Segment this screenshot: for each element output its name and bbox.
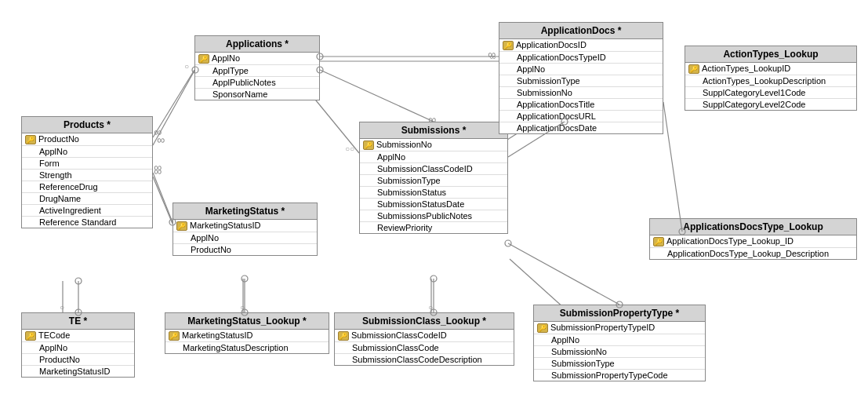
field-applicationdocstypeid: ApplicationDocsTypeID (499, 52, 663, 64)
svg-text:∞: ∞ (490, 53, 496, 61)
field-submissionpropertytypeid-pk: 🔑SubmissionPropertyTypeID (534, 322, 705, 334)
field-applno: ApplNo (22, 146, 152, 158)
entity-submissions[interactable]: Submissions * 🔑SubmissionNo ApplNo Submi… (359, 122, 508, 234)
diagram-canvas: ∞ ○ ∞ ○○ ∞ ○ ○ ○ ○ Products * 🔑ProductNo… (0, 0, 868, 416)
entity-products[interactable]: Products * 🔑ProductNo ApplNo Form Streng… (21, 116, 153, 228)
field-submissiontype-spt: SubmissionType (534, 358, 705, 370)
svg-line-24 (320, 70, 434, 122)
field-submissionpropertytypecode: SubmissionPropertyTypeCode (534, 370, 705, 381)
entity-marketingstatuslookup-body: 🔑MarketingStatusID MarketingStatusDescri… (165, 330, 329, 353)
svg-line-35 (508, 243, 619, 305)
entity-te-body: 🔑TECode ApplNo ProductNo MarketingStatus… (22, 330, 134, 377)
field-submissionclasscodeid: SubmissionClassCodeID (360, 163, 507, 175)
field-applicationdocsdate: ApplicationDocsDate (499, 122, 663, 133)
field-applicationdocstypelookupdesc: ApplicationDocsType_Lookup_Description (650, 248, 856, 259)
entity-submissionclasslookup-header: SubmissionClass_Lookup * (335, 313, 514, 330)
field-applno-pk: 🔑ApplNo (195, 53, 319, 65)
field-drugname: DrugName (22, 193, 152, 205)
svg-text:○: ○ (60, 303, 64, 312)
field-marketingstatusid-te: MarketingStatusID (22, 366, 134, 377)
entity-applications-header: Applications * (195, 36, 319, 53)
svg-text:○: ○ (240, 303, 245, 312)
field-submissionclasscodeid-pk: 🔑SubmissionClassCodeID (335, 330, 514, 342)
entity-applications-body: 🔑ApplNo ApplType ApplPublicNotes Sponsor… (195, 53, 319, 100)
entity-submissionpropertytype-header: SubmissionPropertyType * (534, 305, 705, 322)
field-submissionclasscodedesc: SubmissionClassCodeDescription (335, 354, 514, 365)
entity-submissionpropertytype[interactable]: SubmissionPropertyType * 🔑SubmissionProp… (533, 305, 706, 381)
svg-point-43 (75, 278, 82, 284)
field-submissionstatus: SubmissionStatus (360, 187, 507, 199)
entity-marketingstatuslookup-header: MarketingStatus_Lookup * (165, 313, 329, 330)
field-marketingstatusid-pk: 🔑MarketingStatusID (173, 220, 317, 232)
field-strength: Strength (22, 170, 152, 181)
entity-applications[interactable]: Applications * 🔑ApplNo ApplType ApplPubl… (194, 35, 320, 100)
entity-actiontypes-header: ActionTypes_Lookup (685, 46, 856, 63)
entity-te[interactable]: TE * 🔑TECode ApplNo ProductNo MarketingS… (21, 312, 135, 378)
entity-marketingstatus[interactable]: MarketingStatus * 🔑MarketingStatusID App… (173, 203, 318, 256)
field-applno-te: ApplNo (22, 342, 134, 354)
entity-marketingstatus-header: MarketingStatus * (173, 203, 317, 220)
entity-submissionclasslookup[interactable]: SubmissionClass_Lookup * 🔑SubmissionClas… (334, 312, 514, 366)
field-tecode-pk: 🔑TECode (22, 330, 134, 342)
field-supplcategorylevel2: SupplCategoryLevel2Code (685, 99, 856, 110)
entity-applicationdocs-header: ApplicationDocs * (499, 23, 663, 39)
svg-line-18 (153, 70, 194, 137)
field-actiontypeslookupid-pk: 🔑ActionTypes_LookupID (685, 63, 856, 75)
field-referencedrug: ReferenceDrug (22, 181, 152, 193)
field-actiontypeselookupdesc: ActionTypes_LookupDescription (685, 75, 856, 87)
entity-actiontypes[interactable]: ActionTypes_Lookup 🔑ActionTypes_LookupID… (685, 46, 857, 111)
entity-applicationsdocstype[interactable]: ApplicationsDocsType_Lookup 🔑Application… (649, 218, 857, 260)
svg-point-34 (430, 276, 437, 282)
svg-line-0 (153, 71, 194, 145)
entity-applicationsdocstype-header: ApplicationsDocsType_Lookup (650, 219, 856, 235)
field-submissiontype: SubmissionType (360, 175, 507, 187)
svg-text:∞: ∞ (157, 133, 165, 146)
field-submissionspublicnotes: SubmissionsPublicNotes (360, 210, 507, 222)
entity-marketingstatuslookup[interactable]: MarketingStatus_Lookup * 🔑MarketingStatu… (165, 312, 329, 354)
entity-submissions-header: Submissions * (360, 122, 507, 139)
field-applno-ms: ApplNo (173, 232, 317, 244)
field-applicationdocsid-pk: 🔑ApplicationDocsID (499, 39, 663, 52)
field-marketingstatusid-msl-pk: 🔑MarketingStatusID (165, 330, 329, 342)
svg-point-40 (242, 276, 248, 282)
svg-text:∞: ∞ (488, 48, 496, 60)
entity-submissionpropertytype-body: 🔑SubmissionPropertyTypeID ApplNo Submiss… (534, 322, 705, 381)
field-form: Form (22, 158, 152, 170)
field-submissionno-pk: 🔑SubmissionNo (360, 139, 507, 151)
entity-actiontypes-body: 🔑ActionTypes_LookupID ActionTypes_Lookup… (685, 63, 856, 110)
field-productno-te: ProductNo (22, 354, 134, 366)
field-productno-ms: ProductNo (173, 244, 317, 255)
field-reviewpriority: ReviewPriority (360, 222, 507, 233)
field-applno-ad: ApplNo (499, 64, 663, 75)
svg-text:○: ○ (428, 303, 433, 312)
svg-text:○○: ○○ (345, 144, 354, 153)
field-supplcategorylevel1: SupplCategoryLevel1Code (685, 87, 856, 99)
field-marketingstatusdesc: MarketingStatusDescription (165, 342, 329, 353)
field-submissionno-ad: SubmissionNo (499, 87, 663, 99)
field-activeingredient: ActiveIngredient (22, 205, 152, 217)
field-applicationdocstypelookupid-pk: 🔑ApplicationDocsType_Lookup_ID (650, 235, 856, 248)
field-productno: 🔑ProductNo (22, 133, 152, 146)
svg-line-3 (153, 177, 173, 224)
field-referencestandard: Reference Standard (22, 217, 152, 228)
entity-te-header: TE * (22, 313, 134, 330)
field-sponsorname: SponsorName (195, 89, 319, 100)
entity-products-header: Products * (22, 117, 152, 133)
field-applno-spt: ApplNo (534, 334, 705, 346)
entity-submissionclasslookup-body: 🔑SubmissionClassCodeID SubmissionClassCo… (335, 330, 514, 365)
entity-applicationdocs-body: 🔑ApplicationDocsID ApplicationDocsTypeID… (499, 39, 663, 133)
field-applicationdocsurl: ApplicationDocsURL (499, 111, 663, 122)
svg-text:○: ○ (184, 62, 189, 71)
svg-line-44 (663, 102, 682, 232)
field-submissionno-spt: SubmissionNo (534, 346, 705, 358)
entity-submissions-body: 🔑SubmissionNo ApplNo SubmissionClassCode… (360, 139, 507, 233)
svg-text:∞: ∞ (154, 161, 162, 173)
field-applicationdocstitle: ApplicationDocsTitle (499, 99, 663, 111)
entity-applicationsdocstype-body: 🔑ApplicationDocsType_Lookup_ID Applicati… (650, 235, 856, 259)
field-applpublicnotes: ApplPublicNotes (195, 77, 319, 89)
entity-applicationdocs[interactable]: ApplicationDocs * 🔑ApplicationDocsID App… (499, 22, 663, 134)
svg-line-21 (153, 173, 173, 222)
svg-text:∞: ∞ (154, 165, 162, 177)
entity-marketingstatus-body: 🔑MarketingStatusID ApplNo ProductNo (173, 220, 317, 255)
field-appltype: ApplType (195, 65, 319, 77)
